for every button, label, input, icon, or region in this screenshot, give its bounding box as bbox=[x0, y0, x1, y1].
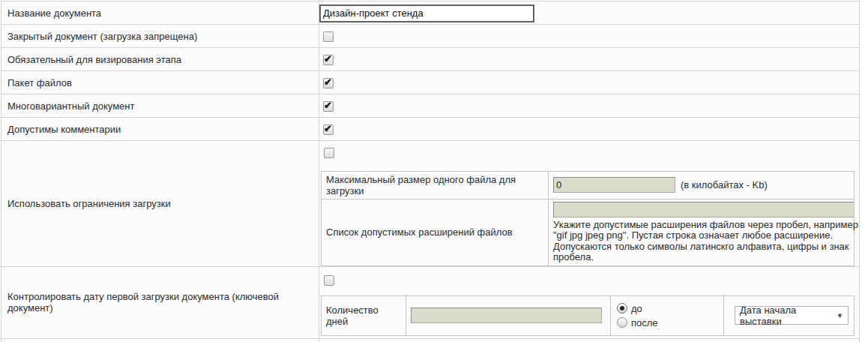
date-type-select-value: Дата начала выставки bbox=[740, 304, 837, 327]
allowed-extensions-input[interactable] bbox=[553, 202, 855, 218]
row-file-package: Пакет файлов bbox=[1, 71, 860, 94]
row-required-for-stage-approval: Обязательный для визирования этапа bbox=[1, 48, 860, 71]
chevron-down-icon: ▼ bbox=[837, 312, 843, 320]
row-closed-document: Закрытый документ (загрузка запрещена) bbox=[1, 25, 860, 48]
radio-option-before[interactable]: до bbox=[617, 303, 719, 314]
multivariant-document-checkbox[interactable] bbox=[323, 101, 334, 112]
comments-allowed-checkbox[interactable] bbox=[323, 124, 334, 135]
required-for-stage-approval-label: Обязательный для визирования этапа bbox=[1, 48, 319, 71]
document-name-input[interactable] bbox=[319, 4, 534, 22]
reviewed-document-label: Рецензируемый документ bbox=[1, 338, 319, 342]
comments-allowed-label: Допустимы комментарии bbox=[1, 118, 319, 141]
upload-date-control-table: Количество дней до bbox=[321, 296, 855, 336]
before-after-radio-group: до после bbox=[615, 303, 719, 328]
date-type-select[interactable]: Дата начала выставки ▼ bbox=[735, 306, 849, 325]
control-first-upload-date-label: Контролировать дату первой загрузки доку… bbox=[1, 266, 319, 338]
max-file-size-label: Максимальный размер одного файла для заг… bbox=[322, 171, 549, 199]
closed-document-label: Закрытый документ (загрузка запрещена) bbox=[1, 25, 319, 48]
upload-restrictions-checkbox[interactable] bbox=[324, 148, 334, 158]
required-for-stage-approval-checkbox[interactable] bbox=[323, 55, 334, 65]
file-package-label: Пакет файлов bbox=[1, 71, 319, 94]
before-radio-label: до bbox=[631, 303, 642, 314]
days-count-label: Количество дней bbox=[322, 296, 406, 335]
max-file-size-input[interactable] bbox=[553, 177, 675, 193]
file-package-checkbox[interactable] bbox=[323, 78, 334, 88]
multivariant-document-label: Многовариантный документ bbox=[1, 94, 319, 118]
closed-document-checkbox[interactable] bbox=[323, 32, 334, 42]
row-control-first-upload-date: Контролировать дату первой загрузки доку… bbox=[1, 266, 860, 338]
row-document-name: Название документа bbox=[1, 2, 860, 25]
row-multivariant-document: Многовариантный документ bbox=[1, 94, 860, 118]
row-upload-restrictions: Использовать ограничения загрузки Максим… bbox=[1, 141, 860, 267]
upload-restrictions-table: Максимальный размер одного файла для заг… bbox=[321, 171, 855, 266]
radio-option-after[interactable]: после bbox=[617, 317, 719, 328]
document-name-label: Название документа bbox=[1, 2, 319, 25]
allowed-extensions-row: Список допустимых расширений файлов Укаж… bbox=[322, 199, 855, 266]
control-first-upload-date-checkbox[interactable] bbox=[324, 275, 334, 286]
upload-restrictions-label: Использовать ограничения загрузки bbox=[1, 141, 319, 267]
document-settings-page: Название документа Закрытый документ (за… bbox=[0, 0, 868, 342]
document-settings-form: Название документа Закрытый документ (за… bbox=[1, 1, 860, 342]
max-file-size-row: Максимальный размер одного файла для заг… bbox=[322, 171, 855, 199]
row-comments-allowed: Допустимы комментарии bbox=[1, 118, 860, 141]
before-radio[interactable] bbox=[617, 303, 627, 314]
max-file-size-units: (в килобайтах - Kb) bbox=[681, 179, 768, 190]
allowed-extensions-label: Список допустимых расширений файлов bbox=[322, 199, 549, 266]
after-radio-label: после bbox=[631, 317, 658, 328]
after-radio[interactable] bbox=[617, 317, 627, 328]
row-reviewed-document: Рецензируемый документ bbox=[1, 338, 860, 342]
allowed-extensions-hint: Укажите допустимые расширения файлов чер… bbox=[553, 220, 859, 263]
days-count-input[interactable] bbox=[411, 308, 602, 323]
